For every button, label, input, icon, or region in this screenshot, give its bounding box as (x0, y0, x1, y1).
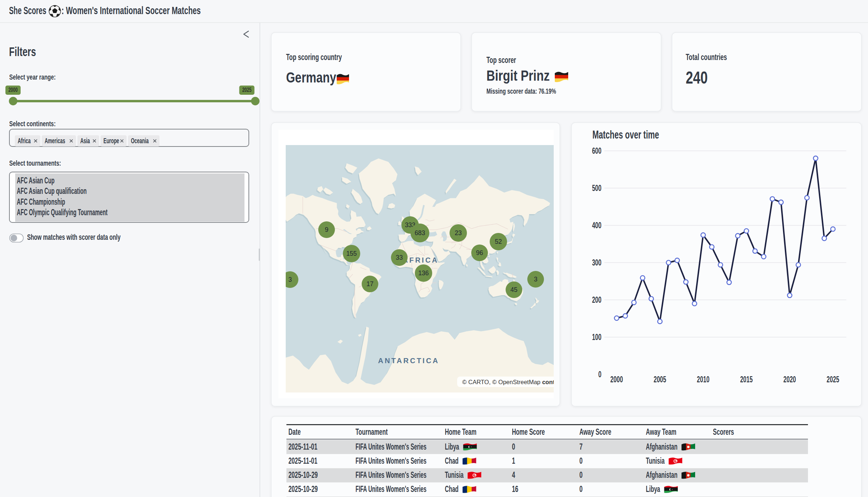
svg-text:Africa: Africa (18, 136, 31, 145)
svg-text:Select tournaments:: Select tournaments: (9, 159, 61, 167)
svg-text:2010: 2010 (697, 375, 710, 384)
svg-text:155: 155 (346, 250, 357, 257)
svg-text:200: 200 (592, 295, 601, 305)
svg-text:17: 17 (366, 280, 373, 288)
svg-text:33: 33 (396, 254, 403, 261)
svg-text:Away Team: Away Team (646, 427, 676, 437)
svg-text:Filters: Filters (9, 45, 36, 59)
svg-text:2025: 2025 (827, 375, 839, 384)
svg-text:3: 3 (534, 276, 537, 283)
svg-text:Tunisia: Tunisia (646, 456, 665, 466)
svg-text:She Scores: She Scores (9, 4, 46, 17)
svg-text:Afghanistan: Afghanistan (646, 442, 677, 451)
svg-text:240: 240 (686, 68, 708, 87)
svg-text:500: 500 (592, 183, 601, 193)
svg-text:1: 1 (512, 456, 515, 466)
svg-text:Top scorer: Top scorer (486, 55, 516, 65)
svg-text:100: 100 (592, 332, 601, 342)
svg-text:0: 0 (512, 442, 515, 451)
svg-text:7: 7 (579, 442, 583, 451)
svg-text:0: 0 (579, 484, 583, 494)
svg-text:52: 52 (495, 238, 502, 245)
svg-text:Europe: Europe (103, 136, 119, 145)
svg-text:600: 600 (592, 146, 601, 156)
svg-text:Libya: Libya (646, 484, 660, 494)
svg-text:2015: 2015 (740, 375, 753, 384)
svg-text:AFC Championship: AFC Championship (17, 197, 65, 207)
svg-text:2025-10-29: 2025-10-29 (289, 484, 318, 494)
svg-text:Libya: Libya (445, 442, 459, 451)
svg-text:Away Score: Away Score (579, 427, 611, 437)
svg-text:0: 0 (598, 370, 601, 379)
svg-text:AFC Asian Cup: AFC Asian Cup (17, 175, 55, 185)
svg-text:Americas: Americas (45, 136, 65, 145)
svg-text:Chad: Chad (445, 484, 459, 494)
svg-text:Select continents:: Select continents: (9, 119, 56, 128)
svg-text:300: 300 (592, 258, 601, 267)
svg-text:: Women's International Soccer: : Women's International Soccer Matches (61, 4, 201, 16)
svg-text:2000: 2000 (8, 86, 18, 93)
svg-text:Chad: Chad (445, 456, 459, 466)
svg-text:Scorers: Scorers (713, 427, 734, 437)
svg-text:2025-11-01: 2025-11-01 (289, 442, 318, 451)
svg-text:Show matches with scorer data: Show matches with scorer data only (27, 233, 121, 242)
svg-text:Top scoring country: Top scoring country (286, 52, 342, 62)
svg-text:Germany: Germany (286, 69, 336, 86)
svg-text:Tournament: Tournament (356, 427, 388, 437)
svg-text:0: 0 (579, 456, 583, 466)
svg-text:AFRICA: AFRICA (403, 256, 439, 264)
svg-text:Home Team: Home Team (445, 427, 476, 437)
svg-text:2025: 2025 (242, 86, 252, 93)
svg-text:Tunisia: Tunisia (445, 470, 464, 480)
svg-text:2020: 2020 (783, 375, 796, 384)
svg-text:0: 0 (579, 470, 583, 480)
svg-text:AFC Olympic Qualifying Tournam: AFC Olympic Qualifying Tournament (17, 208, 108, 217)
svg-text:AFC Asian Cup qualification: AFC Asian Cup qualification (17, 186, 87, 196)
svg-text:Asia: Asia (80, 136, 90, 145)
svg-text:FIFA Unites Women's Series: FIFA Unites Women's Series (356, 470, 426, 480)
svg-text:23: 23 (455, 229, 461, 237)
svg-text:2025-11-01: 2025-11-01 (289, 456, 318, 466)
svg-text:Missing scorer data: 76.19%: Missing scorer data: 76.19% (486, 87, 556, 95)
svg-text:2000: 2000 (610, 375, 623, 384)
svg-text:FIFA Unites Women's Series: FIFA Unites Women's Series (356, 442, 426, 451)
svg-text:2025-10-29: 2025-10-29 (289, 470, 318, 480)
svg-text:2005: 2005 (654, 375, 666, 384)
svg-text:Select year range:: Select year range: (9, 73, 56, 81)
svg-text:Oceania: Oceania (131, 136, 149, 145)
svg-text:3: 3 (288, 276, 292, 283)
svg-text:45: 45 (510, 286, 517, 293)
svg-text:Afghanistan: Afghanistan (646, 470, 677, 480)
svg-text:Birgit Prinz: Birgit Prinz (486, 67, 550, 84)
svg-text:© CARTO, © OpenStreetMap contr: © CARTO, © OpenStreetMap contrib (462, 379, 562, 385)
svg-text:96: 96 (476, 249, 483, 256)
svg-text:683: 683 (414, 229, 425, 237)
svg-text:FIFA Unites Women's Series: FIFA Unites Women's Series (356, 484, 426, 494)
svg-text:400: 400 (592, 221, 601, 230)
svg-text:Total countries: Total countries (686, 52, 727, 62)
svg-text:FIFA Unites Women's Series: FIFA Unites Women's Series (356, 456, 426, 466)
svg-text:9: 9 (325, 226, 328, 233)
svg-text:Matches over time: Matches over time (592, 128, 659, 141)
svg-text:136: 136 (418, 269, 429, 277)
svg-text:4: 4 (512, 470, 515, 480)
svg-text:Home Score: Home Score (512, 427, 545, 437)
svg-text:Date: Date (289, 427, 301, 437)
svg-text:16: 16 (512, 484, 519, 494)
svg-text:ANTARCTICA: ANTARCTICA (378, 357, 439, 365)
